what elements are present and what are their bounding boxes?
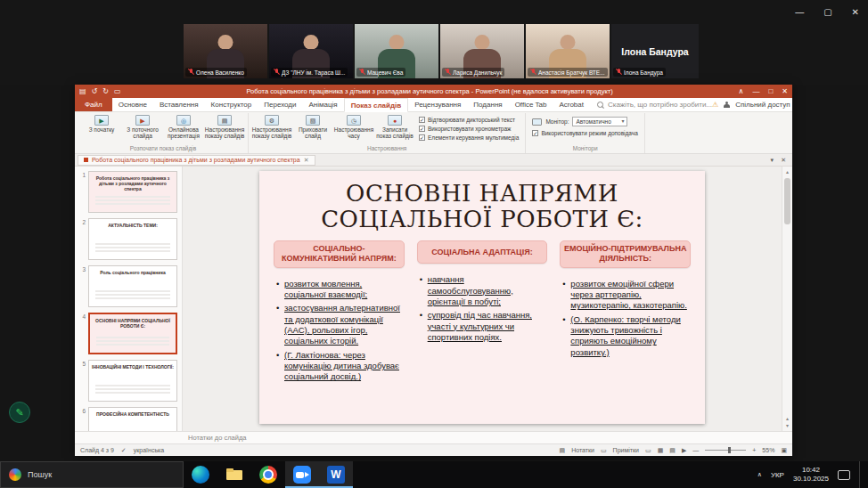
scroll-up-icon[interactable]: ▴ — [786, 168, 789, 175]
ribbon-button[interactable]: З поточного слайда — [122, 113, 163, 140]
slide-thumbnail[interactable]: ПРОФЕСІЙНА КОМПЕТЕНТНІСТЬ — [88, 407, 177, 431]
ribbon-tab[interactable]: Файл — [75, 98, 112, 111]
next-slide-icon[interactable]: ▾ — [786, 422, 789, 429]
current-slide[interactable]: ОСНОВНІ НАПРЯМИ СОЦІАЛЬНОЇ РОБОТИ Є: СОЦ… — [259, 171, 705, 424]
ribbon-checkbox[interactable]: Відтворювати дикторський текст — [419, 117, 519, 123]
fit-to-window-icon[interactable]: ▣ — [781, 447, 787, 454]
zoom-in-icon[interactable]: + — [752, 447, 756, 453]
ribbon-tab[interactable]: Основне — [112, 98, 153, 111]
ribbon-button[interactable]: Записати показ слайдів — [374, 113, 415, 140]
tabbar-close-icon[interactable]: ✕ — [781, 157, 786, 164]
reading-view-icon[interactable]: ▤ — [669, 447, 676, 454]
document-tab[interactable]: Робота соціального працівника з дітьми з… — [78, 155, 315, 166]
previous-slide-icon[interactable]: ▴ — [786, 415, 789, 422]
slideshow-view-icon[interactable]: ▶ — [682, 447, 686, 454]
document-tab-close-icon[interactable]: ✕ — [304, 157, 309, 164]
pp-close-button[interactable]: ✕ — [782, 87, 788, 95]
checkbox-icon — [419, 126, 425, 132]
ribbon-button-icon — [176, 115, 191, 126]
ribbon-options-icon[interactable]: ∧ — [739, 87, 744, 95]
scrollbar-thumb[interactable] — [784, 178, 790, 224]
tray-expand-icon[interactable]: ∧ — [757, 471, 762, 478]
close-button[interactable]: ✕ — [852, 7, 859, 17]
participant-tile[interactable]: Анастасія Братчук ВТЕ... Анастасія Братч… — [526, 24, 610, 78]
maximize-button[interactable]: ▢ — [823, 7, 831, 17]
start-presentation-icon[interactable]: ▭ — [114, 87, 121, 95]
app-icon — [259, 466, 277, 484]
normal-view-icon[interactable]: ▭ — [645, 447, 651, 454]
mic-muted-icon — [444, 69, 451, 76]
ribbon-button[interactable]: З початку — [81, 113, 122, 133]
notes-pane[interactable]: Нотатки до слайда — [75, 431, 792, 443]
participant-name: Мацевич Єва — [367, 69, 403, 76]
powerpoint-window-controls: ∧ — □ ✕ — [739, 87, 788, 95]
zoom-level[interactable]: 55% — [762, 447, 774, 453]
language-indicator[interactable]: українська — [134, 447, 164, 453]
slide-counter: Слайд 4 з 9 — [80, 447, 114, 453]
ribbon-button[interactable]: Приховати слайд — [292, 113, 333, 140]
undo-icon[interactable]: ↺ — [92, 87, 98, 95]
spellcheck-icon[interactable]: ✓ — [121, 447, 127, 454]
zoom-slider-thumb[interactable] — [728, 447, 731, 453]
comments-toggle[interactable]: Примітки — [613, 447, 639, 453]
participant-tile[interactable]: Ілона Бандура Ілона Бандура — [611, 24, 699, 78]
share-button[interactable]: Спільний доступ — [735, 101, 790, 109]
tell-me-search[interactable]: Скажіть, що потрібно зробити... — [597, 98, 712, 111]
pp-minimize-button[interactable]: — — [752, 87, 759, 95]
mic-muted-icon — [187, 69, 194, 76]
slide-thumbnail[interactable]: ОСНОВНІ НАПРЯМИ СОЦІАЛЬНОЇ РОБОТИ Є: — [88, 313, 177, 354]
slide-thumbnail[interactable]: АКТУАЛЬНІСТЬ ТЕМИ: — [88, 218, 177, 260]
ribbon-tab[interactable]: Рецензування — [408, 98, 467, 111]
slide-thumbnail[interactable]: ІННОВАЦІЙНІ МЕТОДИ І ТЕХНОЛОГІЇ: — [88, 360, 177, 402]
participant-tile[interactable]: Мацевич Єва Мацевич Єва — [355, 24, 438, 78]
zoom-slider[interactable] — [705, 450, 746, 451]
participant-tile[interactable]: ДЗ "ЛНУ ім. Тараса Ш... ДЗ "ЛНУ ім. Тара… — [269, 24, 353, 78]
slide-number: 4 — [78, 313, 86, 354]
participant-tile[interactable]: Олена Василенко Олена Василенко — [184, 24, 267, 78]
zoom-out-icon[interactable]: — — [692, 447, 699, 453]
monitor-dropdown[interactable]: Автоматично — [572, 117, 627, 126]
annotation-pencil-button[interactable] — [9, 402, 30, 423]
taskbar-app-button[interactable] — [319, 461, 353, 488]
presenter-view-checkbox[interactable]: Використовувати режим доповідача — [532, 130, 637, 136]
ribbon-tab[interactable]: Конструктор — [205, 98, 258, 111]
taskbar-app-button[interactable] — [285, 461, 319, 488]
ribbon-checkbox[interactable]: Елементи керування мультимедіа — [419, 134, 519, 141]
slide-thumbnail[interactable]: Роль соціального працівника — [88, 265, 177, 307]
pp-maximize-button[interactable]: □ — [768, 87, 773, 95]
taskbar-search[interactable]: Пошук — [0, 461, 184, 488]
taskbar-app-button[interactable] — [217, 461, 251, 488]
action-center-icon[interactable] — [838, 470, 850, 480]
ribbon-tab[interactable]: Подання — [467, 98, 508, 111]
vertical-scrollbar[interactable]: ▴ ▴ ▾ — [782, 167, 792, 431]
ribbon-button[interactable]: Настроювання показу слайдів — [204, 113, 245, 140]
ribbon-tab[interactable]: Переходи — [258, 98, 302, 111]
notes-toggle[interactable]: Нотатки — [571, 447, 594, 453]
participant-tile[interactable]: Лариса Данильчук Лариса Данильчук — [440, 24, 524, 78]
activation-warning-icon[interactable] — [712, 101, 718, 109]
ribbon-button[interactable]: Настроювання часу — [333, 113, 374, 140]
ribbon-checkbox[interactable]: Використовувати хронометраж — [419, 126, 519, 132]
minimize-button[interactable]: — — [795, 7, 804, 17]
ribbon-button[interactable]: Настроювання показу слайдів — [251, 113, 292, 140]
language-switcher[interactable]: УКР — [771, 471, 784, 479]
taskbar-clock[interactable]: 10:42 30.10.2025 — [793, 466, 829, 484]
tab-list-icon[interactable]: ▾ — [771, 157, 774, 164]
ribbon-tab[interactable]: Office Tab — [509, 98, 553, 111]
ribbon-button[interactable]: Онлайнова презентація — [163, 113, 204, 140]
slide-sorter-icon[interactable]: ▦ — [658, 447, 664, 454]
save-icon[interactable]: ▤ — [79, 87, 86, 95]
system-tray: ∧ УКР 10:42 30.10.2025 — [757, 461, 868, 488]
slide-number: 5 — [78, 360, 86, 402]
ribbon-tab[interactable]: Acrobat — [553, 98, 590, 111]
taskbar-app-button[interactable] — [184, 461, 217, 488]
ribbon-tab[interactable]: Вставлення — [153, 98, 205, 111]
taskbar-app-button[interactable] — [251, 461, 285, 488]
slide-thumbnail-panel: 1 Робота соціального працівника з дітьми… — [75, 167, 183, 431]
slide-thumbnail[interactable]: Робота соціального працівника з дітьми з… — [88, 171, 177, 213]
ribbon-tab[interactable]: Показ слайдів — [344, 98, 409, 112]
show-desktop-button[interactable] — [859, 461, 863, 488]
ribbon-tab[interactable]: Анімація — [302, 98, 343, 111]
ribbon-button-icon — [388, 115, 402, 126]
redo-icon[interactable]: ↻ — [102, 87, 109, 95]
